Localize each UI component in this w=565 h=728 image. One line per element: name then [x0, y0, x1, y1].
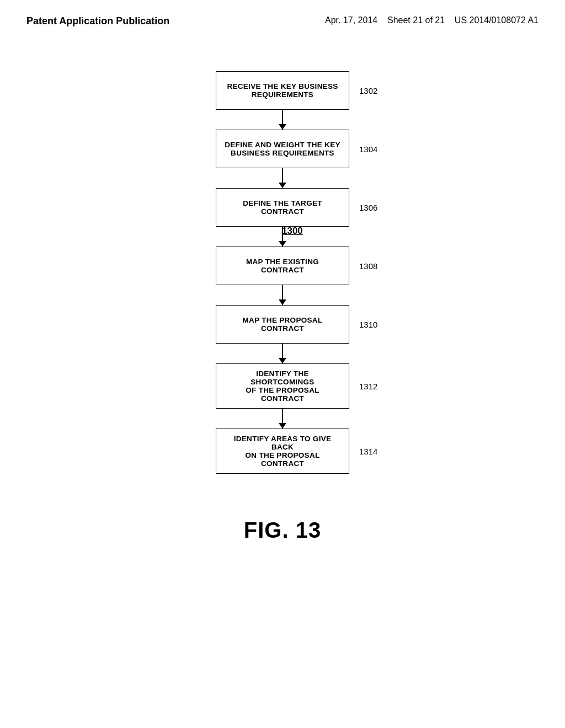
patent-number: US 2014/0108072 A1	[455, 15, 539, 25]
flow-step-1308: MAP THE EXISTING CONTRACT 1308	[216, 247, 349, 285]
header-right: Apr. 17, 2014 Sheet 21 of 21 US 2014/010…	[325, 15, 539, 25]
flowchart: RECEIVE THE KEY BUSINESSREQUIREMENTS 130…	[216, 71, 349, 474]
box-1304: DEFINE AND WEIGHT THE KEYBUSINESS REQUIR…	[216, 130, 349, 168]
publication-date: Apr. 17, 2014	[325, 15, 377, 25]
main-content: 1300 RECEIVE THE KEY BUSINESSREQUIREMENT…	[0, 27, 565, 543]
flow-step-1306: DEFINE THE TARGETCONTRACT 1306	[216, 188, 349, 227]
arrow-5	[282, 344, 283, 363]
flow-step-1312: IDENTIFY THE SHORTCOMINGSOF THE PROPOSAL…	[216, 363, 349, 409]
page-header: Patent Application Publication Apr. 17, …	[0, 0, 565, 27]
label-1308: 1308	[359, 261, 377, 271]
arrow-2	[282, 168, 283, 188]
label-1306: 1306	[359, 203, 377, 212]
flow-step-1302: RECEIVE THE KEY BUSINESSREQUIREMENTS 130…	[216, 71, 349, 110]
box-1308: MAP THE EXISTING CONTRACT	[216, 247, 349, 285]
label-1304: 1304	[359, 144, 377, 154]
figure-label: FIG. 13	[244, 518, 321, 543]
arrow-1	[282, 110, 283, 130]
diagram-main-label: 1300	[282, 226, 303, 237]
arrow-3	[282, 227, 283, 247]
flow-step-1304: DEFINE AND WEIGHT THE KEYBUSINESS REQUIR…	[216, 130, 349, 168]
label-1302: 1302	[359, 86, 377, 95]
label-1314: 1314	[359, 447, 377, 456]
flow-step-1314: IDENTIFY AREAS TO GIVE BACKON THE PROPOS…	[216, 429, 349, 474]
arrow-4	[282, 285, 283, 305]
flow-step-1310: MAP THE PROPOSALCONTRACT 1310	[216, 305, 349, 344]
diagram-container: 1300 RECEIVE THE KEY BUSINESSREQUIREMENT…	[216, 60, 349, 474]
publication-title: Patent Application Publication	[26, 15, 169, 27]
box-1306: DEFINE THE TARGETCONTRACT	[216, 188, 349, 227]
arrow-6	[282, 409, 283, 429]
sheet-number: Sheet 21 of 21	[387, 15, 445, 25]
box-1312: IDENTIFY THE SHORTCOMINGSOF THE PROPOSAL…	[216, 363, 349, 409]
box-1302: RECEIVE THE KEY BUSINESSREQUIREMENTS	[216, 71, 349, 110]
label-1312: 1312	[359, 382, 377, 391]
label-1310: 1310	[359, 320, 377, 329]
box-1314: IDENTIFY AREAS TO GIVE BACKON THE PROPOS…	[216, 429, 349, 474]
box-1310: MAP THE PROPOSALCONTRACT	[216, 305, 349, 344]
